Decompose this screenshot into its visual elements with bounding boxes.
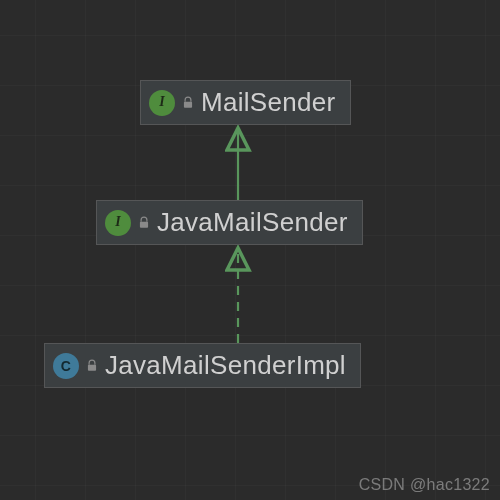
node-mailsender[interactable]: I MailSender: [140, 80, 351, 125]
lock-icon: [85, 359, 99, 373]
watermark: CSDN @hac1322: [359, 476, 490, 494]
interface-icon: I: [105, 210, 131, 236]
svg-rect-0: [184, 101, 192, 107]
node-javamailsenderimpl[interactable]: C JavaMailSenderImpl: [44, 343, 361, 388]
lock-icon: [181, 96, 195, 110]
node-label: JavaMailSender: [157, 207, 348, 238]
interface-icon: I: [149, 90, 175, 116]
node-label: JavaMailSenderImpl: [105, 350, 346, 381]
svg-rect-2: [88, 364, 96, 370]
lock-icon: [137, 216, 151, 230]
svg-rect-1: [140, 221, 148, 227]
diagram-canvas[interactable]: I MailSender I JavaMailSender C JavaMail…: [0, 0, 500, 500]
node-label: MailSender: [201, 87, 336, 118]
node-javamailsender[interactable]: I JavaMailSender: [96, 200, 363, 245]
class-icon: C: [53, 353, 79, 379]
